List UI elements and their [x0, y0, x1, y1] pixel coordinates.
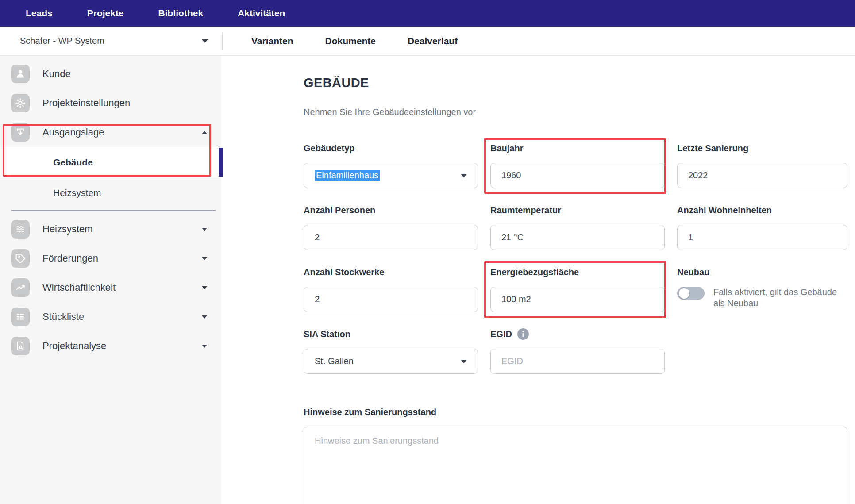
chevron-down-icon: [202, 345, 207, 348]
field-empty: [677, 328, 847, 374]
field-raumtemperatur: Raumtemperatur: [490, 204, 665, 250]
sidebar-item-wirtschaftlichkeit[interactable]: Wirtschaftlichkeit: [0, 273, 221, 302]
sidebar-subitem-label: Heizsystem: [53, 188, 101, 198]
baujahr-input[interactable]: [490, 163, 665, 188]
tab-dokumente[interactable]: Dokumente: [325, 36, 376, 46]
sanierungsstand-section: Hinweise zum Sanierungsstand: [304, 406, 847, 504]
field-baujahr: Baujahr: [490, 142, 665, 188]
report-icon: [11, 337, 30, 355]
sidebar-item-projektanalyse[interactable]: Projektanalyse: [0, 331, 221, 361]
sidebar-subitem-label: Gebäude: [53, 157, 93, 168]
baujahr-label: Baujahr: [490, 142, 665, 154]
egid-input[interactable]: [490, 349, 665, 374]
nav-item-bibliothek[interactable]: Bibliothek: [158, 8, 204, 19]
gebaeudetyp-select[interactable]: Einfamilienhaus: [304, 163, 478, 188]
building-form: Gebäudetyp Einfamilienhaus Baujahr Letzt…: [304, 142, 847, 374]
letzte-sanierung-label: Letzte Sanierung: [677, 142, 847, 154]
egid-label-row: EGID: [490, 328, 665, 340]
tab-varianten[interactable]: Varianten: [251, 36, 293, 46]
gebaeudetyp-label: Gebäudetyp: [304, 142, 478, 154]
trend-up-icon: [11, 278, 30, 297]
field-anzahl-personen: Anzahl Personen: [304, 204, 478, 250]
tab-dealverlauf[interactable]: Dealverlauf: [408, 36, 458, 46]
chevron-down-icon: [461, 174, 467, 177]
project-bar: Schäfer - WP System Varianten Dokumente …: [0, 27, 855, 56]
sidebar-subitem-gebaeude[interactable]: Gebäude: [0, 147, 221, 177]
sia-station-label: SIA Station: [304, 328, 478, 340]
raumtemperatur-label: Raumtemperatur: [490, 204, 665, 216]
neubau-help-text: Falls aktiviert, gilt das Gebäude als Ne…: [713, 287, 847, 309]
egid-label: EGID: [490, 329, 512, 339]
sidebar-item-projekteinstellungen[interactable]: Projekteinstellungen: [0, 88, 221, 118]
chevron-down-icon: [202, 257, 207, 260]
raumtemperatur-input[interactable]: [490, 225, 665, 250]
sidebar: Kunde Projekteinstellungen Ausgangslage …: [0, 56, 221, 504]
sanierungsstand-label: Hinweise zum Sanierungsstand: [304, 406, 847, 418]
field-letzte-sanierung: Letzte Sanierung: [677, 142, 847, 188]
anzahl-personen-label: Anzahl Personen: [304, 204, 478, 216]
field-gebaeudetyp: Gebäudetyp Einfamilienhaus: [304, 142, 478, 188]
project-tabs: Varianten Dokumente Dealverlauf: [251, 27, 458, 55]
anzahl-personen-input[interactable]: [304, 225, 478, 250]
chevron-down-icon: [202, 228, 207, 231]
sidebar-item-ausgangslage[interactable]: Ausgangslage: [0, 118, 221, 147]
sidebar-item-kunde[interactable]: Kunde: [0, 59, 221, 88]
sidebar-item-label: Wirtschaftlichkeit: [42, 282, 116, 293]
toggle-knob: [679, 288, 689, 299]
anzahl-stockwerke-input[interactable]: [304, 287, 478, 312]
neubau-toggle[interactable]: [677, 287, 705, 300]
energiebezugsflaeche-label: Energiebezugsfläche: [490, 266, 665, 278]
project-switcher[interactable]: Schäfer - WP System: [20, 27, 208, 55]
neubau-label: Neubau: [677, 266, 847, 278]
list-icon: [11, 308, 30, 326]
sidebar-item-foerderungen[interactable]: Förderungen: [0, 244, 221, 273]
main-content: GEBÄUDE Nehmen Sie Ihre Gebäudeeinstellu…: [221, 56, 855, 504]
gebaeudetyp-value: Einfamilienhaus: [315, 170, 380, 181]
field-anzahl-wohneinheiten: Anzahl Wohneinheiten: [677, 204, 847, 250]
project-name: Schäfer - WP System: [20, 36, 104, 46]
nav-item-aktivitaeten[interactable]: Aktivitäten: [238, 8, 285, 19]
field-energiebezugsflaeche: Energiebezugsfläche: [490, 266, 665, 312]
info-icon[interactable]: [517, 328, 529, 340]
anzahl-wohneinheiten-label: Anzahl Wohneinheiten: [677, 204, 847, 216]
chevron-down-icon: [461, 360, 467, 363]
gear-icon: [11, 94, 30, 112]
divider: [222, 32, 223, 50]
chevron-down-icon: [202, 286, 207, 289]
import-icon: [11, 123, 30, 142]
sidebar-item-label: Stückliste: [42, 311, 84, 323]
field-egid: EGID: [490, 328, 665, 374]
sidebar-item-label: Förderungen: [42, 253, 98, 264]
active-indicator: [219, 148, 223, 177]
sia-station-select[interactable]: St. Gallen: [304, 349, 478, 374]
field-neubau: Neubau Falls aktiviert, gilt das Gebäude…: [677, 266, 847, 312]
tag-icon: [11, 249, 30, 268]
sidebar-subitem-heizsystem[interactable]: Heizsystem: [0, 177, 221, 208]
nav-item-projekte[interactable]: Projekte: [87, 8, 124, 19]
waves-icon: [11, 220, 30, 239]
sidebar-item-label: Kunde: [42, 68, 71, 80]
sidebar-item-label: Heizsystem: [42, 223, 93, 235]
sidebar-item-label: Projektanalyse: [42, 340, 106, 352]
top-nav: Leads Projekte Bibliothek Aktivitäten: [0, 0, 855, 27]
sidebar-item-stueckliste[interactable]: Stückliste: [0, 302, 221, 331]
field-anzahl-stockwerke: Anzahl Stockwerke: [304, 266, 478, 312]
letzte-sanierung-input[interactable]: [677, 163, 847, 188]
chevron-down-icon: [202, 39, 208, 43]
page-title: GEBÄUDE: [304, 76, 369, 90]
anzahl-stockwerke-label: Anzahl Stockwerke: [304, 266, 478, 278]
sanierungsstand-textarea[interactable]: [304, 427, 847, 504]
sidebar-item-label: Ausgangslage: [42, 127, 104, 138]
anzahl-wohneinheiten-input[interactable]: [677, 225, 847, 250]
page-subtitle: Nehmen Sie Ihre Gebäudeeinstellungen vor: [304, 107, 476, 117]
energiebezugsflaeche-input[interactable]: [490, 287, 665, 312]
nav-item-leads[interactable]: Leads: [26, 8, 53, 19]
sidebar-item-heizsystem[interactable]: Heizsystem: [0, 215, 221, 244]
field-sia-station: SIA Station St. Gallen: [304, 328, 478, 374]
user-icon: [11, 65, 30, 83]
sia-station-value: St. Gallen: [315, 356, 354, 366]
chevron-up-icon: [202, 131, 207, 134]
sidebar-divider: [11, 210, 216, 211]
chevron-down-icon: [202, 315, 207, 319]
sidebar-item-label: Projekteinstellungen: [42, 97, 130, 109]
